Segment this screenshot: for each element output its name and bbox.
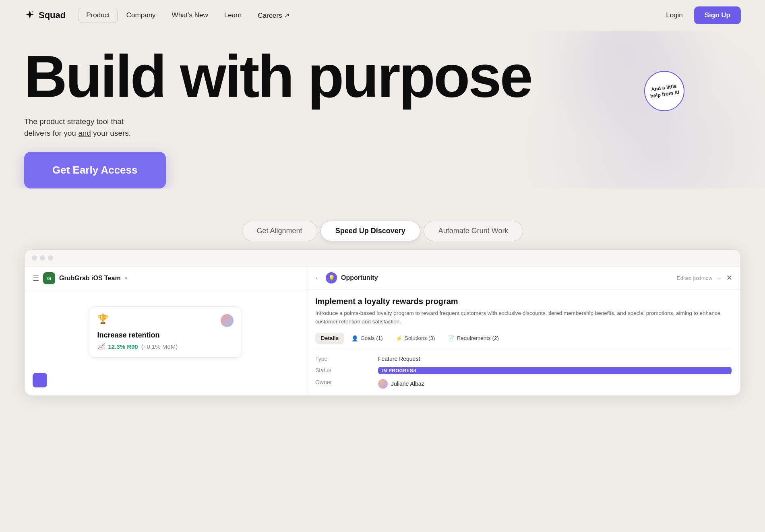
nav-product[interactable]: Product [79, 8, 118, 23]
opportunity-description: Introduce a points-based loyalty program… [315, 309, 732, 326]
opportunity-header: ← 💡 Opportunity Edited just now ··· ✕ [306, 267, 740, 290]
chrome-dot-green [48, 255, 53, 261]
goals-icon: 👤 [351, 335, 358, 342]
feature-tabs: Get Alignment Speed Up Discovery Automat… [0, 221, 765, 241]
nav-links: Product Company What's New Learn Careers… [79, 8, 661, 23]
add-button[interactable] [33, 373, 47, 387]
nav-learn[interactable]: Learn [217, 8, 249, 23]
retention-card: 🏆 Increase retention 📈 12.3% R90 (+0.1% … [89, 306, 242, 358]
app-preview: ☰ G GrubGrab iOS Team ▾ 🏆 Increase reten… [24, 249, 741, 396]
squad-logo-icon [24, 10, 35, 21]
hero-subtitle-line1: The product strategy tool that [24, 117, 124, 126]
hamburger-icon: ☰ [33, 274, 39, 283]
tab-automate-grunt[interactable]: Automate Grunt Work [424, 221, 523, 241]
card-avatar [221, 314, 234, 327]
hero-section: Build with purpose And a littlehelp from… [0, 31, 765, 188]
requirements-icon: 📄 [448, 335, 455, 342]
app-body: ☰ G GrubGrab iOS Team ▾ 🏆 Increase reten… [25, 267, 740, 395]
opportunity-title: Implement a loyalty rewards program [315, 297, 732, 306]
owner-row: Juliane Albaz [378, 379, 732, 389]
hero-subtitle-line3: your users. [91, 129, 131, 137]
logo-text: Squad [39, 10, 66, 21]
more-options-icon[interactable]: ··· [717, 275, 722, 281]
tab-speed-up-discovery[interactable]: Speed Up Discovery [320, 221, 420, 241]
chrome-dot-red [32, 255, 37, 261]
opportunity-body: Implement a loyalty rewards program Intr… [306, 290, 740, 396]
solutions-label: Solutions (3) [405, 335, 435, 341]
team-logo: G [43, 272, 55, 284]
solutions-icon: ⚡ [396, 335, 403, 342]
tab-get-alignment[interactable]: Get Alignment [242, 221, 317, 241]
opportunity-details: Type Feature Request Status IN PROGRESS … [315, 356, 732, 389]
navigation: Squad Product Company What's New Learn C… [0, 0, 765, 31]
login-button[interactable]: Login [661, 8, 688, 23]
nav-company[interactable]: Company [119, 8, 163, 23]
cta-button[interactable]: Get Early Access [24, 152, 166, 188]
goals-label: Goals (1) [360, 335, 383, 341]
opportunity-section-label: Opportunity [341, 274, 378, 282]
owner-avatar [378, 379, 388, 389]
opp-tab-solutions[interactable]: ⚡ Solutions (3) [390, 333, 441, 344]
requirements-label: Requirements (2) [457, 335, 499, 341]
hero-subtitle-line2: delivers for you [24, 129, 76, 137]
hero-content: Build with purpose And a littlehelp from… [24, 47, 741, 188]
opp-tab-goals[interactable]: 👤 Goals (1) [346, 333, 389, 344]
opportunity-icon: 💡 [326, 272, 337, 284]
card-top: 🏆 [97, 314, 234, 327]
metric-value: 12.3% R90 [108, 343, 138, 350]
hero-subtitle-and: and [78, 129, 91, 137]
hero-subtitle: The product strategy tool that delivers … [24, 116, 169, 139]
team-caret-icon: ▾ [125, 275, 127, 281]
ai-badge-text: And a littlehelp from AI [649, 83, 680, 99]
opportunity-header-right: Edited just now ··· ✕ [677, 273, 732, 282]
type-label: Type [315, 356, 372, 362]
hero-title: Build with purpose [24, 47, 548, 106]
close-button[interactable]: ✕ [726, 273, 732, 282]
status-label: Status [315, 367, 372, 374]
edited-timestamp: Edited just now [677, 275, 712, 281]
owner-value: Juliane Albaz [391, 381, 424, 387]
nav-careers[interactable]: Careers ↗ [250, 8, 297, 23]
nav-whats-new[interactable]: What's New [165, 8, 215, 23]
ai-badge: And a littlehelp from AI [642, 68, 687, 114]
back-button[interactable]: ← [314, 274, 322, 282]
chrome-dot-yellow [40, 255, 45, 261]
logo[interactable]: Squad [24, 10, 66, 21]
status-badge: IN PROGRESS [378, 367, 732, 374]
card-title: Increase retention [97, 331, 234, 339]
trend-up-icon: 📈 [97, 343, 105, 350]
opportunity-tabs: Details 👤 Goals (1) ⚡ Solutions (3) 📄 Re… [315, 333, 732, 348]
app-left-panel: ☰ G GrubGrab iOS Team ▾ 🏆 Increase reten… [25, 267, 306, 395]
trophy-icon: 🏆 [97, 314, 108, 325]
opp-tab-requirements[interactable]: 📄 Requirements (2) [442, 333, 504, 344]
type-value: Feature Request [378, 356, 732, 362]
team-name: GrubGrab iOS Team [59, 275, 121, 282]
nav-right: Login Sign Up [661, 6, 741, 24]
card-metric: 📈 12.3% R90 (+0.1% MoM) [97, 343, 234, 350]
owner-label: Owner [315, 379, 372, 389]
app-right-panel: ← 💡 Opportunity Edited just now ··· ✕ Im… [306, 267, 740, 395]
opp-tab-details[interactable]: Details [315, 333, 344, 344]
signup-button[interactable]: Sign Up [694, 6, 741, 24]
app-chrome [25, 250, 740, 267]
app-left-header: ☰ G GrubGrab iOS Team ▾ [25, 267, 306, 290]
metric-sub: (+0.1% MoM) [141, 343, 178, 350]
